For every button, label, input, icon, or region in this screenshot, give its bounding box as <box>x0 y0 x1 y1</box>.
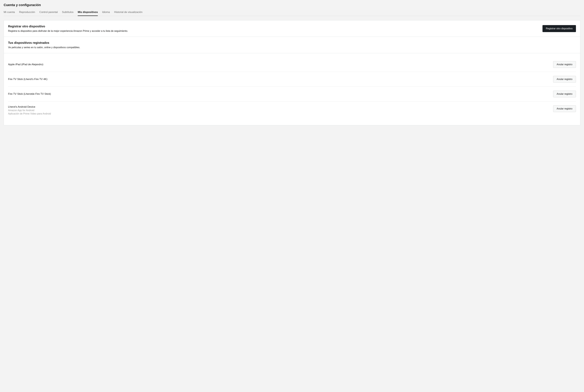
register-description: Registra tu dispositivo para disfrutar d… <box>8 30 128 32</box>
device-info: Apple iPad (iPad de Alejandro) <box>8 63 43 66</box>
settings-card: Registrar otro dispositivo Registra tu d… <box>4 20 580 125</box>
tab-mis-dispositivos[interactable]: Mis dispositivos <box>78 11 98 16</box>
register-heading: Registrar otro dispositivo <box>8 25 128 28</box>
device-info: Fire TV Stick (Lherot's Fire TV 4K) <box>8 78 48 81</box>
device-subline: Amazon App for Android <box>8 109 51 112</box>
device-name: Fire TV Stick (Lherotde Fire TV Stick) <box>8 92 51 96</box>
device-name: Apple iPad (iPad de Alejandro) <box>8 63 43 66</box>
deregister-button[interactable]: Anular registro <box>553 61 576 68</box>
page-title: Cuenta y configuración <box>4 3 580 7</box>
deregister-button[interactable]: Anular registro <box>553 91 576 97</box>
tab-control-parental[interactable]: Control parental <box>40 11 58 16</box>
deregister-button[interactable]: Anular registro <box>553 105 576 112</box>
tab-historial-de-visualización[interactable]: Historial de visualización <box>114 11 142 16</box>
registered-devices-heading-section: Tus dispositivos registrados Ve película… <box>4 37 580 53</box>
tab-reproducción[interactable]: Reproducción <box>19 11 35 16</box>
device-name: Lherot's Android Device <box>8 105 51 108</box>
device-row: Fire TV Stick (Lherot's Fire TV 4K)Anula… <box>8 72 576 87</box>
deregister-button[interactable]: Anular registro <box>553 76 576 82</box>
register-device-button[interactable]: Registrar otro dispositivo <box>542 25 576 32</box>
tab-idioma[interactable]: Idioma <box>102 11 110 16</box>
device-row: Lherot's Android DeviceAmazon App for An… <box>8 102 576 119</box>
tab-subtítulos[interactable]: Subtítulos <box>62 11 74 16</box>
device-info: Lherot's Android DeviceAmazon App for An… <box>8 105 51 115</box>
register-text: Registrar otro dispositivo Registra tu d… <box>8 25 128 32</box>
devices-list: Apple iPad (iPad de Alejandro)Anular reg… <box>4 53 580 125</box>
device-row: Apple iPad (iPad de Alejandro)Anular reg… <box>8 58 576 72</box>
tab-mi-cuenta[interactable]: Mi cuenta <box>4 11 15 16</box>
tabs-container: Mi cuentaReproducciónControl parentalSub… <box>4 11 580 16</box>
device-row: Fire TV Stick (Lherotde Fire TV Stick)An… <box>8 87 576 102</box>
device-info: Fire TV Stick (Lherotde Fire TV Stick) <box>8 92 51 96</box>
register-device-section: Registrar otro dispositivo Registra tu d… <box>4 20 580 37</box>
registered-heading: Tus dispositivos registrados <box>8 41 576 44</box>
device-subline: Aplicación de Prime Video para Android <box>8 112 51 115</box>
device-name: Fire TV Stick (Lherot's Fire TV 4K) <box>8 78 48 81</box>
registered-subtext: Ve películas y series en tu salón, onlin… <box>8 46 576 49</box>
